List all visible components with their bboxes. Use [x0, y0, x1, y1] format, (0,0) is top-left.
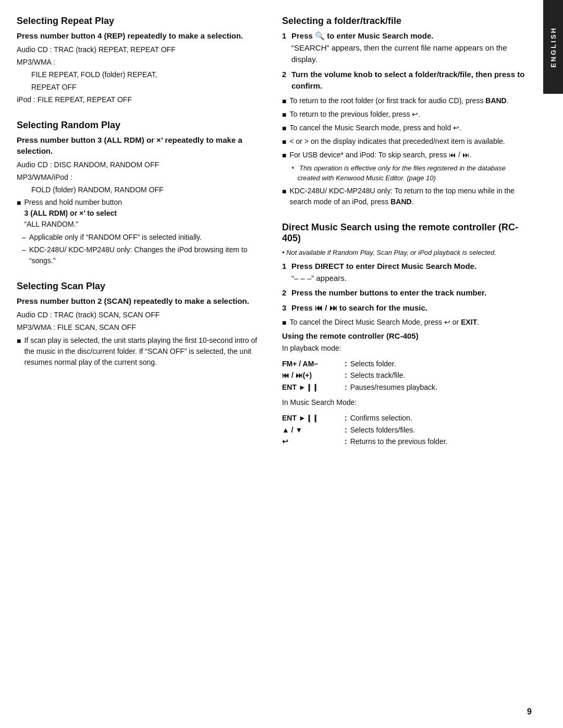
- side-tab: ENGLISH: [543, 0, 563, 94]
- right-column: Selecting a folder/track/file 1 Press 🔍 …: [282, 16, 529, 712]
- folder-bullet-4-note: * This operation is effective only for t…: [291, 163, 529, 183]
- folder-bullet-3: ■ < or > on the display indicates that p…: [282, 136, 529, 147]
- random-play-intro: Press number button 3 (ALL RDM) or ×’ re…: [17, 134, 263, 156]
- playback-row-0: FM+ / AM– : Selects folder.: [282, 358, 529, 369]
- random-play-title: Selecting Random Play: [17, 120, 263, 131]
- repeat-line-2: FILE REPEAT, FOLD (folder) REPEAT,: [31, 69, 263, 80]
- bullet-square-scan: ■: [17, 336, 21, 347]
- repeat-line-4: iPod : FILE REPEAT, REPEAT OFF: [17, 94, 263, 105]
- side-tab-label: ENGLISH: [549, 27, 557, 68]
- folder-bullet-0: ■ To return to the root folder (or first…: [282, 95, 529, 107]
- content-area: Selecting Repeat Play Press number butto…: [0, 0, 543, 728]
- section-scan-play: Selecting Scan Play Press number button …: [17, 281, 263, 368]
- direct-item-3: 3 Press ⏮ / ⏭ to search for the music.: [282, 302, 529, 314]
- bullet-square-1: ■: [17, 198, 21, 208]
- scan-play-intro: Press number button 2 (SCAN) repeatedly …: [17, 295, 263, 306]
- random-line-0: Audio CD : DISC RANDOM, RANDOM OFF: [17, 159, 263, 170]
- folder-item-1: 1 Press 🔍 to enter Music Search mode. “S…: [282, 30, 529, 66]
- folder-bullet-4: ■ For USB device* and iPod: To skip sear…: [282, 150, 529, 161]
- repeat-line-0: Audio CD : TRAC (track) REPEAT, REPEAT O…: [17, 44, 263, 55]
- random-dash-2: – KDC-248U/ KDC-MP248U only: Changes the…: [22, 244, 263, 266]
- playback-label: In playback mode:: [282, 343, 529, 354]
- search-mode-label: In Music Search Mode:: [282, 397, 529, 408]
- random-bullet-1: ■ Press and hold number button 3 (ALL RD…: [17, 197, 263, 230]
- search-row-2: ↩ : Returns to the previous folder.: [282, 436, 529, 447]
- folder-item-2: 2 Turn the volume knob to select a folde…: [282, 69, 529, 92]
- repeat-line-3: REPEAT OFF: [31, 82, 263, 93]
- direct-item-2: 2 Press the number buttons to enter the …: [282, 287, 529, 299]
- playback-row-1: ⏮ / ⏭(+) : Selects track/file.: [282, 369, 529, 381]
- search-table: ENT ►❙❙ : Confirms selection. ▲ / ▼ : Se…: [282, 412, 529, 447]
- section-random-play: Selecting Random Play Press number butto…: [17, 120, 263, 266]
- search-row-1: ▲ / ▼ : Selects folders/files.: [282, 424, 529, 436]
- direct-search-title: Direct Music Search using the remote con…: [282, 222, 529, 244]
- repeat-line-1: MP3/WMA :: [17, 57, 263, 68]
- scan-play-title: Selecting Scan Play: [17, 281, 263, 292]
- playback-row-2: ENT ►❙❙ : Pauses/resumes playback.: [282, 381, 529, 393]
- page-number: 9: [527, 707, 532, 717]
- scan-line-1: MP3/WMA : FILE SCAN, SCAN OFF: [17, 322, 263, 333]
- repeat-play-intro: Press number button 4 (REP) repeatedly t…: [17, 30, 263, 41]
- folder-bullet-2: ■ To cancel the Music Search mode, press…: [282, 122, 529, 134]
- section-folder-track: Selecting a folder/track/file 1 Press 🔍 …: [282, 16, 529, 207]
- playback-table: FM+ / AM– : Selects folder. ⏮ / ⏭(+) : S…: [282, 358, 529, 393]
- random-line-2: FOLD (folder) RANDOM, RANDOM OFF: [31, 184, 263, 195]
- section-repeat-play: Selecting Repeat Play Press number butto…: [17, 16, 263, 105]
- folder-bullet-5: ■ KDC-248U/ KDC-MP248U only: To return t…: [282, 186, 529, 207]
- direct-cancel-bullet: ■ To cancel the Direct Music Search Mode…: [282, 317, 529, 328]
- search-row-0: ENT ►❙❙ : Confirms selection.: [282, 412, 529, 424]
- random-dash-1: – Applicable only if “RANDOM OFF” is sel…: [22, 232, 263, 243]
- random-line-1: MP3/WMA/iPod :: [17, 172, 263, 183]
- scan-line-0: Audio CD : TRAC (track) SCAN, SCAN OFF: [17, 310, 263, 320]
- repeat-play-title: Selecting Repeat Play: [17, 16, 263, 27]
- random-bullet-text: Press and hold number button 3 (ALL RDM)…: [24, 197, 122, 230]
- remote-sub-title: Using the remote controller (RC-405): [282, 331, 529, 340]
- section-direct-search: Direct Music Search using the remote con…: [282, 222, 529, 448]
- left-column: Selecting Repeat Play Press number butto…: [17, 16, 263, 712]
- page: ENGLISH Selecting Repeat Play Press numb…: [0, 0, 563, 728]
- direct-search-note: • Not available if Random Play, Scan Pla…: [282, 248, 529, 258]
- folder-bullet-1: ■ To return to the previous folder, pres…: [282, 109, 529, 120]
- folder-track-title: Selecting a folder/track/file: [282, 16, 529, 27]
- direct-item-1: 1 Press DIRECT to enter Direct Music Sea…: [282, 261, 529, 284]
- scan-bullet-1: ■ If scan play is selected, the unit sta…: [17, 335, 263, 368]
